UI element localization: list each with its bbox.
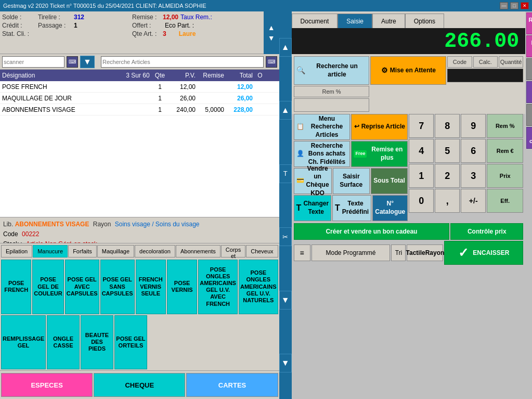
mode-programme-button[interactable]: Mode Programmé — [312, 244, 391, 261]
num-8[interactable]: 8 — [435, 114, 460, 138]
product-pose-vernis[interactable]: POSE VERNIS — [167, 260, 197, 314]
num-7[interactable]: 7 — [409, 114, 434, 138]
eff-btn[interactable]: Eff. — [487, 189, 523, 213]
table-row[interactable]: POSE FRENCH 1 12,00 12,00 — [0, 81, 279, 93]
th-qte: Qte — [151, 72, 169, 79]
operator-value: Laure — [179, 30, 196, 37]
recherche-carte-button[interactable]: Recherche carte réduction — [526, 127, 532, 149]
remise-5pct-button[interactable]: Remise de 5 % % — [526, 12, 532, 34]
product-pose-gel-avec[interactable]: POSE GEL AVEC CAPSULES — [65, 260, 99, 314]
scroll-up-icon[interactable]: ▲ — [268, 23, 275, 32]
search-article-icon: 🔍 — [296, 66, 305, 75]
category-corps[interactable]: Corps et bains — [221, 245, 245, 258]
nav-down-button[interactable]: ▼ — [80, 56, 95, 68]
category-abonnements[interactable]: Abonnements — [176, 245, 220, 258]
sous-total-button[interactable]: Sous Total — [371, 168, 408, 194]
categories-bar: Epilation Manucure Forfaits Maquillage d… — [0, 243, 279, 259]
recherche-abonnement-button[interactable]: Recherche Abonnement — [526, 58, 532, 80]
category-maquillage[interactable]: Maquillage — [97, 245, 134, 258]
remise-en-plus-button[interactable]: Free Remise en plus — [351, 141, 408, 167]
category-decoloration[interactable]: decoloration — [135, 245, 175, 258]
bon-cadeau-button[interactable]: Créer et vendre un bon cadeau — [294, 223, 450, 240]
code-value: 00222 — [22, 230, 39, 238]
mode-icon-button[interactable]: ≡ — [294, 244, 310, 261]
num-1[interactable]: 1 — [409, 164, 434, 188]
payment-cartes-button[interactable]: CARTES — [186, 373, 278, 397]
product-pose-gel-sans[interactable]: POSE GEL SANS CAPSULES — [100, 260, 135, 314]
product-beaute-pieds[interactable]: BEAUTE DES PIEDS — [81, 315, 113, 370]
scroll-btn-3[interactable]: T — [279, 164, 292, 183]
product-pose-gel-couleur[interactable]: POSE GEL DE COULEUR — [32, 260, 63, 314]
tab-document[interactable]: Document — [292, 14, 338, 28]
category-forfaits[interactable]: Forfaits — [68, 245, 97, 258]
tab-saisie[interactable]: Saisie — [338, 14, 372, 28]
rem-pct-label: Rem % — [294, 86, 370, 97]
rem-eur-btn[interactable]: Rem € — [487, 139, 523, 163]
scanner-keyboard-button[interactable]: ⌨ — [67, 56, 78, 68]
category-manucure[interactable]: Manucure — [33, 245, 68, 258]
n-catalogue-button[interactable]: N° Catalogue — [372, 195, 408, 221]
texte-predefini-button[interactable]: T Texte Prédéfini — [332, 195, 371, 221]
product-pose-gel-orteils[interactable]: POSE GEL ORTEILS — [114, 315, 147, 370]
recherche-bons-button[interactable]: 👤 Recherche Bons achats Ch. Fidélités — [294, 141, 351, 167]
product-ongle-casse[interactable]: ONGLE CASSE — [47, 315, 80, 370]
num-6[interactable]: 6 — [461, 139, 486, 163]
scroll-btn-5[interactable]: ▼ — [279, 291, 292, 310]
row-designation-1: MAQUILLAGE DE JOUR — [0, 95, 125, 102]
minimize-button[interactable]: — — [500, 2, 508, 9]
product-remplissage[interactable]: REMPLISSAGE GEL — [1, 315, 46, 370]
tactile-rayon-button[interactable]: Tactile Rayon — [407, 244, 443, 261]
tab-options[interactable]: Options — [405, 14, 444, 28]
category-cheveux[interactable]: Cheveux — [246, 245, 278, 258]
payment-especes-button[interactable]: ESPECES — [1, 373, 93, 397]
price-value: 266.00 — [444, 30, 519, 53]
scroll-down-icon[interactable]: ▼ — [268, 34, 275, 42]
recherche-article-button[interactable]: 🔍 Recherche un article — [294, 56, 370, 85]
num-9[interactable]: 9 — [461, 114, 486, 138]
num-5[interactable]: 5 — [435, 139, 460, 163]
close-button[interactable]: ✕ — [521, 2, 529, 9]
tri-button[interactable]: Tri — [391, 244, 406, 261]
scroll-btn-6[interactable]: ▼ — [279, 354, 292, 372]
prix-btn[interactable]: Prix — [487, 164, 523, 188]
maximize-button[interactable]: □ — [510, 2, 518, 9]
changer-texte-button[interactable]: T Changer Texte — [294, 195, 331, 221]
price-display: 266.00 — [292, 28, 526, 54]
product-pose-ongles-naturels[interactable]: POSE ONGLES AMERICAINS GEL U.V. NATURELS — [239, 260, 278, 314]
num-3[interactable]: 3 — [461, 164, 486, 188]
saisir-surface-button[interactable]: Saisir Surface — [333, 168, 370, 194]
num-4[interactable]: 4 — [409, 139, 434, 163]
tab-autre[interactable]: Autre — [372, 14, 405, 28]
vendre-cheque-button[interactable]: 💳 Vendre un Chèque KDO — [294, 168, 332, 194]
num-2[interactable]: 2 — [435, 164, 460, 188]
right-side-panel: Remise de 5 % % Remise de 10 % % Recherc… — [525, 11, 532, 399]
payment-cheque-button[interactable]: CHEQUE — [94, 373, 185, 397]
product-french-vernis[interactable]: FRENCH VERNIS SEULE — [136, 260, 166, 314]
scroll-btn-2[interactable]: ▲ — [279, 101, 292, 120]
num-comma[interactable]: , — [435, 189, 460, 213]
planning-rdv-button[interactable]: Planning Rendez-vous — [526, 81, 532, 103]
row-qte-1: 1 — [151, 95, 169, 102]
scroll-btn-1[interactable]: ▲ — [279, 38, 292, 57]
vendeurs-par-ligne-button[interactable]: Vendeurs(es) Par Ligne — [526, 104, 532, 126]
code-label: Code — [3, 230, 18, 238]
menu-recherche-button[interactable]: 📋 Menu Recherche Articles — [294, 114, 351, 140]
table-row[interactable]: ABONNEMENTS VISAGE 1 240,00 5,0000 228,0… — [0, 104, 279, 115]
reprise-article-button[interactable]: ↩ Reprise Article — [351, 114, 408, 140]
remise-10pct-button[interactable]: Remise de 10 % % — [526, 35, 532, 57]
product-pose-french[interactable]: POSE FRENCH — [1, 260, 31, 314]
encaisser-button[interactable]: ✓ ENCAISSER — [444, 241, 523, 265]
scroll-btn-4[interactable]: ✂ — [279, 227, 292, 246]
scanner-input[interactable] — [2, 56, 64, 68]
rem-pct-btn[interactable]: Rem % — [487, 114, 523, 138]
mise-en-attente-button[interactable]: ⚙ Mise en Attente — [370, 56, 446, 85]
num-plusminus[interactable]: +/- — [461, 189, 486, 213]
article-search-input[interactable] — [101, 56, 264, 68]
article-keyboard-button[interactable]: ⌨ — [266, 56, 277, 68]
controle-prix-button[interactable]: Contrôle prix — [450, 223, 523, 240]
num-0[interactable]: 0 — [409, 189, 434, 213]
table-row[interactable]: MAQUILLAGE DE JOUR 1 26,00 26,00 — [0, 93, 279, 104]
th-remise: Remise — [198, 72, 226, 79]
category-epilation[interactable]: Epilation — [1, 245, 32, 258]
product-pose-ongles-french[interactable]: POSE ONGLES AMERICAINS GEL U.V. AVEC FRE… — [198, 260, 238, 314]
